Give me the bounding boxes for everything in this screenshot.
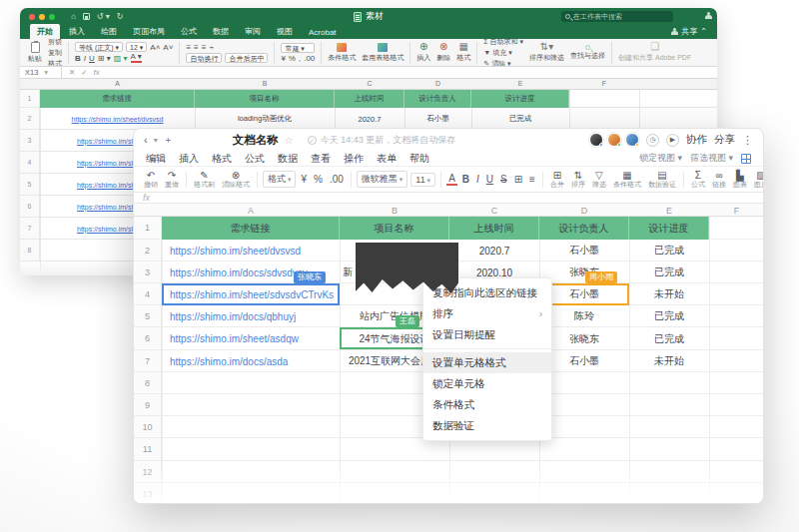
cell-D5[interactable]: 陈玲 [539, 305, 629, 327]
cell-E3[interactable]: 已完成 [629, 262, 709, 283]
menu-数据[interactable]: 数据 [278, 152, 298, 166]
context-menu-item-条件格式[interactable]: 条件格式 [423, 394, 551, 415]
excel-column-headers[interactable]: ABCDEF [20, 79, 717, 90]
back-icon[interactable]: ‹ [144, 135, 148, 146]
column-header-C[interactable]: C [335, 80, 404, 87]
conditional-format-button[interactable]: 条件格式 [328, 43, 356, 63]
number-format-select[interactable]: 常规 ▾ [281, 43, 315, 53]
font-color-icon[interactable]: A ▾ [131, 53, 142, 63]
menu-帮助[interactable]: 帮助 [409, 152, 429, 166]
orientation-icon[interactable]: ⌁ [209, 43, 214, 52]
align-middle-icon[interactable]: ≡ [194, 43, 199, 52]
clear-button[interactable]: ✎ 清除 ▾ [483, 59, 523, 68]
cell-C2[interactable]: 2020.7 [449, 240, 539, 262]
menu-编辑[interactable]: 编辑 [146, 152, 166, 166]
share-button[interactable]: 分享 [714, 133, 735, 147]
enter-icon[interactable]: ✓ [81, 68, 87, 77]
column-header-D[interactable]: D [539, 204, 629, 217]
font-size-select[interactable]: 12 ▾ [126, 42, 147, 52]
column-header-E[interactable]: E [471, 80, 569, 87]
borders-button[interactable]: ⊞ [512, 174, 524, 185]
conditional-format-button[interactable]: ▦条件格式 [611, 170, 643, 189]
doc-switcher-caret-icon[interactable]: ▾ [154, 136, 158, 145]
column-header-E[interactable]: E [629, 204, 709, 217]
filter-view-button[interactable]: 筛选视图 ▾ [690, 152, 733, 165]
underline-icon[interactable]: U [89, 54, 95, 63]
cell-D2[interactable]: 石小墨 [539, 240, 629, 262]
new-doc-icon[interactable]: ＋ [164, 136, 173, 145]
menu-格式[interactable]: 格式 [212, 152, 232, 166]
cell-D7[interactable]: 石小墨 [539, 350, 629, 372]
redo-button[interactable]: ↷重做 [163, 170, 181, 189]
column-header-F[interactable]: F [709, 204, 764, 217]
header-cell-E1[interactable]: 设计进度 [471, 90, 569, 108]
percent-icon[interactable]: % [289, 54, 296, 63]
avatar[interactable] [607, 133, 621, 147]
tab-页面布局[interactable]: 页面布局 [126, 24, 172, 39]
menu-查看[interactable]: 查看 [311, 152, 331, 166]
tab-Acrobat[interactable]: Acrobat [302, 26, 344, 39]
underline-button[interactable]: U [484, 174, 495, 185]
format-painter-button[interactable]: 格式 [48, 59, 62, 68]
wrap-text-button[interactable]: 自动换行 [186, 53, 222, 63]
tab-数据[interactable]: 数据 [206, 24, 236, 39]
comma-icon[interactable]: , [299, 54, 301, 63]
tab-绘图[interactable]: 绘图 [94, 24, 124, 39]
collapse-ribbon-icon[interactable]: ⌃ [700, 27, 707, 36]
bold-icon[interactable]: B [75, 54, 81, 63]
italic-button[interactable]: I [474, 174, 481, 185]
image-button[interactable]: ▨图片 [752, 170, 763, 189]
decimal-icon[interactable]: .00 [304, 54, 315, 63]
cell-A6[interactable]: https://shimo.im/sheet/asdqw [162, 327, 340, 350]
close-icon[interactable] [29, 14, 35, 20]
decimals-button[interactable]: .00 [328, 174, 346, 185]
sort-filter-button[interactable]: ⇅▾ 排序和筛选 [529, 42, 564, 63]
collaborator-avatars[interactable] [589, 133, 639, 147]
column-header-B[interactable]: B [340, 204, 449, 217]
play-icon[interactable]: ▶ [666, 134, 679, 147]
filter-button[interactable]: ▽筛选 [590, 170, 608, 189]
sheet-row[interactable]: 11 [134, 438, 763, 461]
align-bottom-icon[interactable]: ≡ [202, 43, 207, 52]
avatar[interactable] [625, 133, 639, 147]
cell-A7[interactable]: https://shimo.im/docs/asda [162, 350, 340, 372]
paste-button[interactable]: 粘贴 [28, 42, 42, 64]
cell-D6[interactable]: 张晓东 [539, 327, 629, 350]
lock-view-button[interactable]: 锁定视图 ▾ [639, 152, 682, 165]
redo-icon[interactable]: ↻ [117, 12, 124, 21]
header-cell-A1[interactable]: 需求链接 [40, 90, 195, 108]
column-header-B[interactable]: B [195, 80, 335, 87]
cell-E7[interactable]: 未开始 [629, 350, 709, 372]
menu-插入[interactable]: 插入 [179, 152, 199, 166]
fill-color-icon[interactable]: ▨ ▾ [114, 54, 128, 63]
traffic-lights[interactable] [29, 14, 55, 20]
shimo-column-headers[interactable]: ABCDEF [134, 204, 763, 217]
insert-cells-button[interactable]: ⊕ 插入 [416, 42, 430, 63]
grid-view-icon[interactable] [741, 154, 751, 164]
cell-B2[interactable]: loading动画优化 [195, 108, 335, 130]
cell-E2[interactable]: 已完成 [629, 240, 709, 262]
shrink-font-icon[interactable]: A˅ [163, 43, 173, 52]
currency-icon[interactable]: ¥ [281, 54, 285, 63]
cell-E5[interactable]: 已完成 [629, 305, 709, 327]
tab-审阅[interactable]: 审阅 [238, 24, 268, 39]
font-color-button[interactable]: A [446, 174, 457, 186]
cell-E4[interactable]: 未开始 [629, 283, 709, 305]
strikethrough-button[interactable]: S [498, 174, 509, 185]
adobe-pdf-button[interactable]: ❏ 创建和共享 Adobe PDF [618, 42, 691, 63]
context-menu-item-设置日期提醒[interactable]: 设置日期提醒 [423, 324, 551, 345]
context-menu-item-数据验证[interactable]: 数据验证 [423, 415, 551, 436]
autosum-button[interactable]: Σ 自动求和 ▾ [483, 39, 523, 47]
fx-icon[interactable]: fx [94, 68, 100, 77]
font-name-select[interactable]: 等线 (正文) ▾ [75, 42, 123, 52]
header-cell-B1[interactable]: 项目名称 [195, 90, 335, 108]
copy-button[interactable]: 复制 [48, 48, 62, 58]
collab-button[interactable]: 协作 [686, 133, 707, 147]
link-button[interactable]: ∞链接 [710, 170, 728, 189]
currency-button[interactable]: ¥ [299, 174, 309, 185]
formula-button[interactable]: Σ公式 [689, 170, 707, 189]
context-menu-item-复制指向此选区的链接[interactable]: 复制指向此选区的链接 [423, 282, 551, 303]
doc-title[interactable]: 文档名称 [233, 133, 279, 148]
header-cell-C1[interactable]: 上线时间 [335, 90, 404, 108]
percent-button[interactable]: % [312, 174, 325, 185]
